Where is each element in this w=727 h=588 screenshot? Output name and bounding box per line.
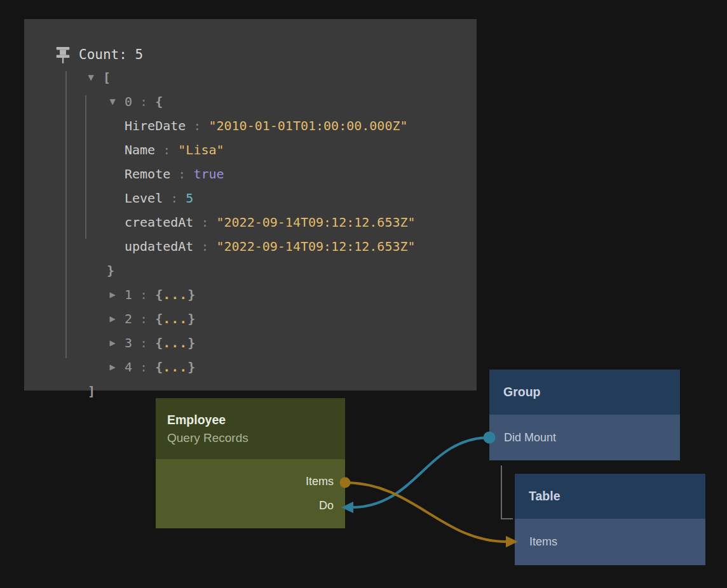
employee-port-do[interactable]: Do [156,493,345,518]
collapse-arrow-icon[interactable]: ▼ [81,73,100,82]
json-token-string: "2022-09-14T09:12:12.653Z" [217,215,416,230]
inspector-count-label: Count: 5 [79,46,143,63]
json-token-key: Level [125,190,163,206]
node-table-ports: Items [515,519,705,565]
json-token-punct: } [107,263,114,278]
json-token-colon: : [132,287,155,302]
json-token-bool: true [193,166,224,182]
json-token-punct: { [155,359,163,375]
json-token-string: "Lisa" [178,142,224,157]
json-token-punct: [ [103,70,111,85]
node-group-header: Group [489,370,680,415]
json-token-colon: : [170,166,193,182]
port-label: Do [319,499,334,512]
json-token-colon: : [132,335,155,351]
table-port-items[interactable]: Items [515,530,705,554]
json-token-punct: } [187,311,195,326]
node-group[interactable]: Group Did Mount [489,370,680,460]
node-subtitle: Query Records [167,429,345,446]
node-title: Group [503,383,680,401]
json-tree-row: ▼0 : { [48,90,501,114]
json-token-punct: } [187,287,195,302]
pin-icon[interactable] [56,47,70,63]
json-token-num: 5 [186,190,193,206]
json-tree: ▼[▼0 : {HireDate : "2010-01-01T01:00:00.… [48,65,501,403]
json-token-index: 4 [125,359,132,375]
json-token-dots: ... [163,287,187,302]
hierarchy-connector-group-table [501,465,513,519]
node-group-ports: Did Mount [489,415,680,460]
json-token-punct: { [155,335,163,351]
node-title: Table [529,487,705,505]
json-token-punct: { [155,94,163,109]
node-employee-header: Employee Query Records [156,398,345,459]
json-token-colon: : [155,142,178,157]
json-token-key: HireDate [125,118,186,133]
node-table-header: Table [515,474,705,519]
json-token-index: 0 [125,94,132,109]
json-token-punct: } [187,335,195,351]
json-tree-row: } [48,258,501,283]
group-port-did-mount[interactable]: Did Mount [489,425,680,450]
json-tree-row: Remote : true [48,162,501,186]
json-token-punct: ] [88,384,95,399]
expand-arrow-icon[interactable]: ▶ [103,314,122,323]
json-token-dots: ... [163,311,187,326]
node-employee-ports: Items Do [156,459,345,528]
json-token-punct: { [155,311,163,326]
json-token-string: "2010-01-01T01:00:00.000Z" [208,118,407,133]
json-token-key: Name [125,142,155,157]
data-inspector-panel: Count: 5 ▼[▼0 : {HireDate : "2010-01-01T… [24,19,477,391]
json-tree-row: updatedAt : "2022-09-14T09:12:12.653Z" [48,234,501,258]
json-token-key: updatedAt [125,239,193,254]
json-tree-row: ▶2 : {...} [48,307,501,331]
port-label: Items [306,475,334,488]
node-graph-canvas[interactable]: Count: 5 ▼[▼0 : {HireDate : "2010-01-01T… [0,0,727,588]
expand-arrow-icon[interactable]: ▶ [103,363,122,371]
json-token-index: 1 [125,287,132,302]
json-token-key: Remote [125,166,170,182]
json-token-index: 2 [125,311,132,326]
json-tree-row: Level : 5 [48,186,501,210]
node-table[interactable]: Table Items [515,474,705,565]
json-token-colon: : [132,94,155,109]
connection-items-to-items[interactable] [340,478,519,548]
connection-didmount-to-do[interactable] [341,432,496,514]
json-tree-row: HireDate : "2010-01-01T01:00:00.000Z" [48,114,501,138]
port-label: Did Mount [504,431,556,444]
json-token-dots: ... [163,335,187,351]
json-tree-row: ▶3 : {...} [48,331,501,355]
expand-arrow-icon[interactable]: ▶ [103,338,122,347]
employee-port-items[interactable]: Items [156,469,345,493]
json-tree-row: createdAt : "2022-09-14T09:12:12.653Z" [48,210,501,234]
json-tree-row: ▼[ [48,65,501,90]
json-token-index: 3 [125,335,132,351]
expand-arrow-icon[interactable]: ▶ [103,290,122,299]
json-token-string: "2022-09-14T09:12:12.653Z" [217,239,416,254]
json-tree-row: ▶1 : {...} [48,283,501,307]
json-tree-row: ▶4 : {...} [48,355,501,379]
collapse-arrow-icon[interactable]: ▼ [103,97,122,106]
json-token-colon: : [193,239,216,254]
port-label: Items [529,535,557,549]
json-tree-row: Name : "Lisa" [48,138,501,162]
node-employee[interactable]: Employee Query Records Items Do [156,398,345,528]
json-token-dots: ... [163,359,187,375]
json-token-colon: : [163,190,186,206]
json-token-colon: : [186,118,208,133]
json-token-colon: : [193,215,216,230]
node-title: Employee [167,411,345,429]
json-token-colon: : [132,359,155,375]
json-token-key: createdAt [125,215,193,230]
json-token-colon: : [132,311,155,326]
json-token-punct: { [155,287,163,302]
json-token-punct: } [187,359,195,375]
